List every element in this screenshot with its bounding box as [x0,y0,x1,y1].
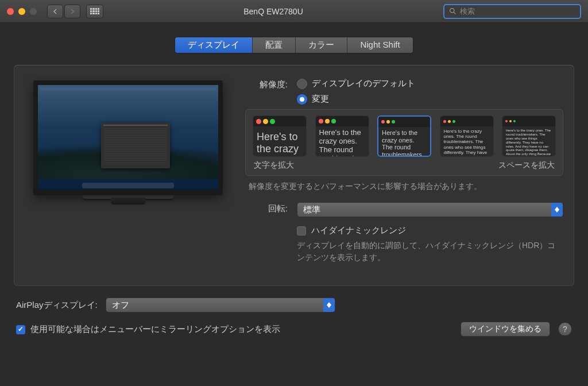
checkbox-icon [297,226,306,236]
hdr-checkbox[interactable]: ハイダイナミックレンジ [297,225,563,236]
tab-night-shift[interactable]: Night Shift [347,37,412,53]
svg-line-1 [454,12,455,14]
hdr-description: ディスプレイを自動的に調節して、ハイダイナミックレンジ（HDR）コンテンツを表示… [297,240,563,264]
help-button[interactable]: ? [558,322,572,336]
tab-display[interactable]: ディスプレイ [175,37,253,53]
mirroring-label: 使用可能な場合はメニューバーにミラーリングオプションを表示 [30,324,280,335]
hdr-label: ハイダイナミックレンジ [311,225,406,236]
checkbox-checked-icon [16,325,25,334]
resolution-default-label: ディスプレイのデフォルト [312,78,415,89]
resolution-label: 解像度: [245,78,297,90]
scale-preview-text: Here's to the crazy ones. The round trou… [502,126,555,156]
scale-preview-text: Here's to the crazy ones. The round trou… [378,127,430,156]
chevron-right-icon [69,9,75,14]
select-arrows-icon [323,298,335,312]
grid-icon [90,8,99,15]
resolution-note: 解像度を変更するとパフォーマンスに影響する場合があります。 [245,182,563,192]
rotation-select[interactable]: 標準 [297,202,563,217]
content-area: ディスプレイ 配置 カラー Night Shift [0,23,588,286]
back-button[interactable] [47,5,63,18]
airplay-label: AirPlayディスプレイ: [16,300,98,311]
chevron-left-icon [52,9,58,14]
search-field[interactable] [443,4,581,19]
search-icon [449,7,457,15]
scale-option-2[interactable]: Here's to the crazy ones. The round trou… [315,115,369,157]
gather-windows-button[interactable]: ウインドウを集める [461,322,550,337]
rotation-value: 標準 [303,204,320,215]
forward-button[interactable] [64,5,80,18]
search-input[interactable] [460,7,575,16]
tab-color[interactable]: カラー [296,37,347,53]
svg-point-0 [450,9,454,13]
monitor-preview [25,78,231,269]
airplay-value: オフ [112,300,129,311]
titlebar: BenQ EW2780U [0,0,588,23]
airplay-select[interactable]: オフ [106,298,335,312]
scaling-picker: Here's to the crazy ones. The round trou… [245,109,563,176]
scale-option-1[interactable]: Here's to the crazy ones. The round trou… [253,115,307,157]
minimize-window-button[interactable] [18,8,25,15]
more-space-label: スペースを拡大 [498,160,555,171]
bottom-area: AirPlayディスプレイ: オフ 使用可能な場合はメニューバーにミラーリングオ… [0,286,588,345]
select-arrows-icon [551,203,563,217]
display-panel: 解像度: ディスプレイのデフォルト 変更 Her [14,65,574,286]
scale-option-4[interactable]: Here's to the crazy ones. The round trou… [440,115,494,157]
tab-arrangement[interactable]: 配置 [253,37,296,53]
close-window-button[interactable] [7,8,14,15]
zoom-window-button[interactable] [30,8,37,15]
nav-buttons [47,5,80,18]
resolution-default-radio[interactable]: ディスプレイのデフォルト [297,78,563,89]
resolution-scaled-radio[interactable]: 変更 [297,94,563,105]
larger-text-label: 文字を拡大 [254,160,294,171]
scale-option-5[interactable]: Here's to the crazy ones. The round trou… [502,115,556,157]
scale-preview-text: Here's to the crazy ones. The round trou… [316,126,369,156]
show-all-prefs-button[interactable] [86,5,103,18]
rotation-label: 回転: [245,202,297,214]
scale-preview-text: Here's to the crazy ones. The round trou… [253,126,306,156]
tab-bar: ディスプレイ 配置 カラー Night Shift [175,37,413,53]
resolution-scaled-label: 変更 [312,94,329,105]
traffic-lights [7,8,37,15]
scale-preview-text: Here's to the crazy ones. The round trou… [440,126,493,156]
scale-option-3[interactable]: Here's to the crazy ones. The round trou… [377,115,431,157]
window-title: BenQ EW2780U [109,7,438,16]
mirroring-checkbox[interactable]: 使用可能な場合はメニューバーにミラーリングオプションを表示 [16,324,280,335]
radio-icon [297,79,307,89]
settings-column: 解像度: ディスプレイのデフォルト 変更 Her [245,78,563,269]
radio-checked-icon [297,94,307,105]
